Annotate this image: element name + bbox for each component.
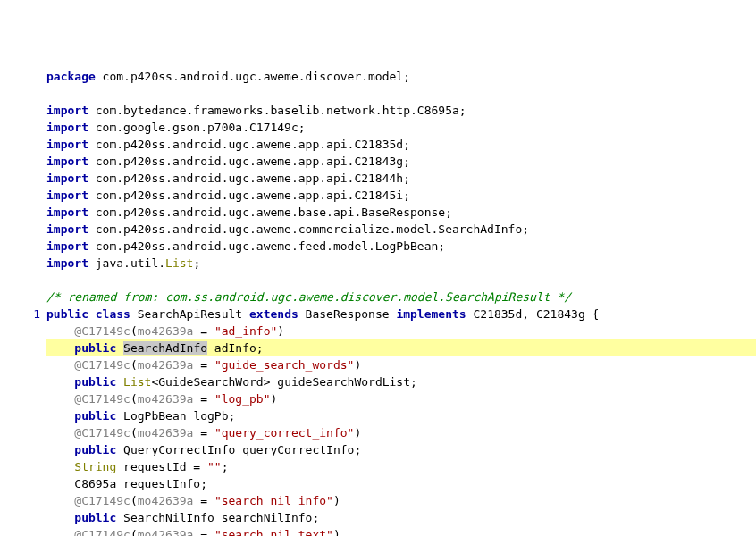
keyword-import: import — [46, 172, 88, 185]
keyword-public: public — [74, 341, 116, 355]
import-path: com.p420ss.android.ugc.aweme.commerciali… — [88, 222, 522, 236]
field-name: requestId = — [116, 460, 207, 473]
import-path: com.google.gson.p700a.C17149c — [88, 121, 298, 134]
import-path: com.p420ss.android.ugc.aweme.base.api.Ba… — [88, 205, 445, 219]
keyword-public: public — [74, 375, 116, 389]
annotation: @C17149c — [74, 324, 130, 338]
type-list: List — [123, 375, 151, 389]
annotation-arg: mo42639a — [138, 494, 194, 507]
keyword-public: public — [46, 307, 88, 321]
keyword-import: import — [46, 138, 88, 151]
keyword-import: import — [46, 239, 88, 253]
annotation-arg: mo42639a — [138, 528, 194, 536]
keyword-public: public — [74, 409, 116, 423]
annotation-arg: mo42639a — [138, 324, 194, 338]
semicolon: ; — [222, 460, 229, 473]
annotation-value: "log_pb" — [214, 392, 271, 406]
line-ref-1[interactable]: 1 — [33, 307, 40, 321]
field-decl: <GuideSearchWord> guideSearchWordList; — [151, 375, 416, 389]
annotation-arg: mo42639a — [138, 358, 194, 372]
annotation: @C17149c — [74, 426, 130, 440]
type-string: String — [74, 460, 116, 473]
line-number-gutter: 1 — [0, 68, 46, 536]
keyword-public: public — [74, 511, 116, 524]
import-path: com.p420ss.android.ugc.aweme.app.api.C21… — [88, 188, 403, 202]
keyword-extends: extends — [249, 307, 298, 321]
keyword-import: import — [46, 188, 88, 202]
annotation-value: "ad_info" — [214, 324, 277, 338]
field-decl: LogPbBean logPb; — [123, 409, 235, 423]
annotation: @C17149c — [74, 494, 130, 507]
annotation-value: "search_nil_info" — [214, 494, 333, 507]
annotation-arg: mo42639a — [138, 392, 194, 406]
keyword-import: import — [46, 256, 88, 270]
keyword-import: import — [46, 121, 88, 134]
string-literal: "" — [207, 460, 222, 473]
class-name: SearchApiResult — [130, 307, 249, 321]
annotation: @C17149c — [74, 392, 130, 406]
field-decl: adInfo; — [207, 341, 264, 355]
keyword-class: class — [96, 307, 130, 321]
annotation: @C17149c — [74, 358, 130, 372]
keyword-public: public — [74, 443, 116, 456]
keyword-import: import — [46, 104, 88, 117]
keyword-import: import — [46, 222, 88, 236]
rename-comment: /* renamed from: com.ss.android.ugc.awem… — [46, 290, 571, 304]
code-body: package com.p420ss.android.ugc.aweme.dis… — [46, 68, 756, 536]
keyword-implements: implements — [396, 307, 466, 321]
type-list: List — [165, 256, 193, 270]
annotation-value: "query_correct_info" — [214, 426, 355, 440]
base-class: BaseResponse — [298, 307, 397, 321]
import-path: com.p420ss.android.ugc.aweme.app.api.C21… — [88, 138, 403, 151]
interfaces: C21835d, C21843g — [466, 307, 592, 321]
package-path: com.p420ss.android.ugc.aweme.discover.mo… — [96, 70, 403, 83]
field-decl: SearchNilInfo searchNilInfo; — [123, 511, 319, 524]
annotation: @C17149c — [74, 528, 130, 536]
code-viewer: 1 package com.p420ss.android.ugc.aweme.d… — [0, 68, 756, 536]
import-path: com.p420ss.android.ugc.aweme.app.api.C21… — [88, 155, 403, 168]
field-decl: QueryCorrectInfo queryCorrectInfo; — [123, 443, 361, 456]
annotation-arg: mo42639a — [138, 426, 194, 440]
open-brace: { — [592, 307, 600, 321]
import-path: com.p420ss.android.ugc.aweme.app.api.C21… — [88, 172, 403, 185]
import-path: com.p420ss.android.ugc.aweme.feed.model.… — [88, 239, 438, 253]
highlighted-line: public SearchAdInfo adInfo; — [46, 339, 756, 356]
keyword-import: import — [46, 205, 88, 219]
import-path: com.bytedance.frameworks.baselib.network… — [88, 104, 459, 117]
import-path: java.util. — [88, 256, 165, 270]
selected-type: SearchAdInfo — [123, 341, 207, 355]
annotation-value: "guide_search_words" — [214, 358, 355, 372]
keyword-package: package — [46, 70, 96, 83]
annotation-value: "search_nil_text" — [214, 528, 333, 536]
keyword-import: import — [46, 155, 88, 168]
field-decl: C8695a requestInfo; — [74, 477, 207, 490]
